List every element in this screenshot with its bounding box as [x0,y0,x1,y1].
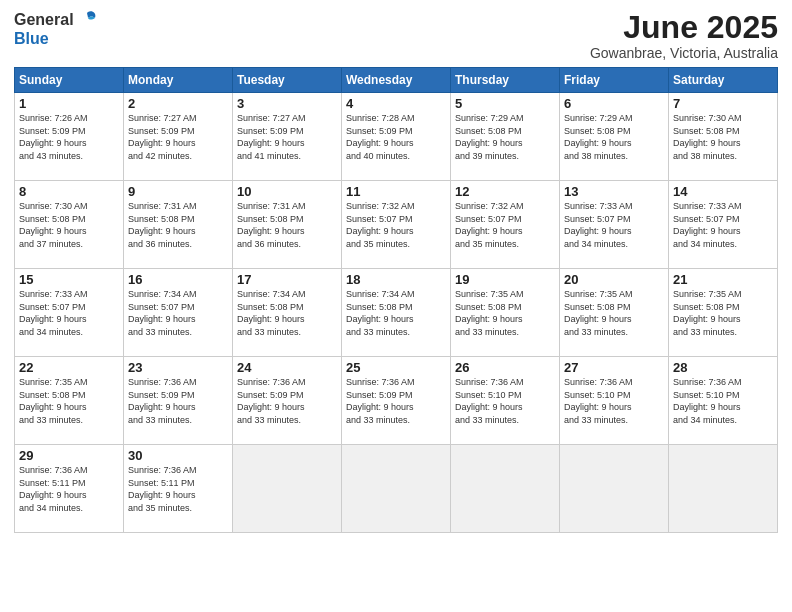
day-info: Sunrise: 7:36 AM Sunset: 5:09 PM Dayligh… [128,376,228,426]
day-info: Sunrise: 7:36 AM Sunset: 5:11 PM Dayligh… [19,464,119,514]
day-number: 24 [237,360,337,375]
day-number: 29 [19,448,119,463]
day-info: Sunrise: 7:35 AM Sunset: 5:08 PM Dayligh… [19,376,119,426]
day-number: 12 [455,184,555,199]
calendar-container: General Blue June 2025 Gowanbrae, Victor… [0,0,792,612]
logo-bird-icon [77,8,99,30]
table-row: 27Sunrise: 7:36 AM Sunset: 5:10 PM Dayli… [560,357,669,445]
table-row: 10Sunrise: 7:31 AM Sunset: 5:08 PM Dayli… [233,181,342,269]
header-tuesday: Tuesday [233,68,342,93]
day-info: Sunrise: 7:34 AM Sunset: 5:08 PM Dayligh… [237,288,337,338]
table-row [669,445,778,533]
table-row: 20Sunrise: 7:35 AM Sunset: 5:08 PM Dayli… [560,269,669,357]
calendar-body: 1Sunrise: 7:26 AM Sunset: 5:09 PM Daylig… [15,93,778,533]
table-row: 5Sunrise: 7:29 AM Sunset: 5:08 PM Daylig… [451,93,560,181]
day-info: Sunrise: 7:27 AM Sunset: 5:09 PM Dayligh… [128,112,228,162]
table-row: 30Sunrise: 7:36 AM Sunset: 5:11 PM Dayli… [124,445,233,533]
table-row: 25Sunrise: 7:36 AM Sunset: 5:09 PM Dayli… [342,357,451,445]
calendar-header-row: Sunday Monday Tuesday Wednesday Thursday… [15,68,778,93]
day-number: 21 [673,272,773,287]
day-info: Sunrise: 7:33 AM Sunset: 5:07 PM Dayligh… [564,200,664,250]
header-sunday: Sunday [15,68,124,93]
table-row: 2Sunrise: 7:27 AM Sunset: 5:09 PM Daylig… [124,93,233,181]
table-row: 11Sunrise: 7:32 AM Sunset: 5:07 PM Dayli… [342,181,451,269]
table-row: 12Sunrise: 7:32 AM Sunset: 5:07 PM Dayli… [451,181,560,269]
table-row: 21Sunrise: 7:35 AM Sunset: 5:08 PM Dayli… [669,269,778,357]
logo-blue: Blue [14,30,49,47]
logo: General Blue [14,10,99,48]
table-row: 9Sunrise: 7:31 AM Sunset: 5:08 PM Daylig… [124,181,233,269]
table-row: 23Sunrise: 7:36 AM Sunset: 5:09 PM Dayli… [124,357,233,445]
day-info: Sunrise: 7:31 AM Sunset: 5:08 PM Dayligh… [128,200,228,250]
day-info: Sunrise: 7:36 AM Sunset: 5:10 PM Dayligh… [673,376,773,426]
day-number: 28 [673,360,773,375]
table-row: 28Sunrise: 7:36 AM Sunset: 5:10 PM Dayli… [669,357,778,445]
day-info: Sunrise: 7:36 AM Sunset: 5:09 PM Dayligh… [237,376,337,426]
day-number: 27 [564,360,664,375]
logo-general: General [14,11,74,29]
header-monday: Monday [124,68,233,93]
table-row: 22Sunrise: 7:35 AM Sunset: 5:08 PM Dayli… [15,357,124,445]
day-info: Sunrise: 7:33 AM Sunset: 5:07 PM Dayligh… [673,200,773,250]
day-info: Sunrise: 7:29 AM Sunset: 5:08 PM Dayligh… [564,112,664,162]
day-info: Sunrise: 7:33 AM Sunset: 5:07 PM Dayligh… [19,288,119,338]
day-number: 16 [128,272,228,287]
calendar-week-row: 29Sunrise: 7:36 AM Sunset: 5:11 PM Dayli… [15,445,778,533]
day-number: 25 [346,360,446,375]
table-row: 29Sunrise: 7:36 AM Sunset: 5:11 PM Dayli… [15,445,124,533]
calendar-week-row: 22Sunrise: 7:35 AM Sunset: 5:08 PM Dayli… [15,357,778,445]
header: General Blue June 2025 Gowanbrae, Victor… [14,10,778,61]
day-number: 14 [673,184,773,199]
table-row [342,445,451,533]
day-info: Sunrise: 7:36 AM Sunset: 5:11 PM Dayligh… [128,464,228,514]
table-row: 14Sunrise: 7:33 AM Sunset: 5:07 PM Dayli… [669,181,778,269]
day-info: Sunrise: 7:36 AM Sunset: 5:10 PM Dayligh… [455,376,555,426]
day-info: Sunrise: 7:32 AM Sunset: 5:07 PM Dayligh… [455,200,555,250]
day-info: Sunrise: 7:36 AM Sunset: 5:09 PM Dayligh… [346,376,446,426]
table-row: 26Sunrise: 7:36 AM Sunset: 5:10 PM Dayli… [451,357,560,445]
table-row: 6Sunrise: 7:29 AM Sunset: 5:08 PM Daylig… [560,93,669,181]
header-friday: Friday [560,68,669,93]
table-row: 19Sunrise: 7:35 AM Sunset: 5:08 PM Dayli… [451,269,560,357]
day-number: 9 [128,184,228,199]
day-info: Sunrise: 7:31 AM Sunset: 5:08 PM Dayligh… [237,200,337,250]
day-info: Sunrise: 7:30 AM Sunset: 5:08 PM Dayligh… [673,112,773,162]
table-row: 4Sunrise: 7:28 AM Sunset: 5:09 PM Daylig… [342,93,451,181]
table-row: 1Sunrise: 7:26 AM Sunset: 5:09 PM Daylig… [15,93,124,181]
table-row: 7Sunrise: 7:30 AM Sunset: 5:08 PM Daylig… [669,93,778,181]
day-number: 10 [237,184,337,199]
day-number: 15 [19,272,119,287]
calendar-table: Sunday Monday Tuesday Wednesday Thursday… [14,67,778,533]
day-number: 17 [237,272,337,287]
day-info: Sunrise: 7:34 AM Sunset: 5:08 PM Dayligh… [346,288,446,338]
header-wednesday: Wednesday [342,68,451,93]
day-number: 8 [19,184,119,199]
day-number: 23 [128,360,228,375]
day-info: Sunrise: 7:32 AM Sunset: 5:07 PM Dayligh… [346,200,446,250]
day-number: 3 [237,96,337,111]
day-info: Sunrise: 7:30 AM Sunset: 5:08 PM Dayligh… [19,200,119,250]
table-row [560,445,669,533]
table-row: 17Sunrise: 7:34 AM Sunset: 5:08 PM Dayli… [233,269,342,357]
day-number: 6 [564,96,664,111]
table-row: 16Sunrise: 7:34 AM Sunset: 5:07 PM Dayli… [124,269,233,357]
table-row [451,445,560,533]
day-number: 19 [455,272,555,287]
location-subtitle: Gowanbrae, Victoria, Australia [590,45,778,61]
day-info: Sunrise: 7:36 AM Sunset: 5:10 PM Dayligh… [564,376,664,426]
day-number: 18 [346,272,446,287]
header-saturday: Saturday [669,68,778,93]
calendar-week-row: 8Sunrise: 7:30 AM Sunset: 5:08 PM Daylig… [15,181,778,269]
table-row: 13Sunrise: 7:33 AM Sunset: 5:07 PM Dayli… [560,181,669,269]
month-title: June 2025 [590,10,778,45]
table-row: 15Sunrise: 7:33 AM Sunset: 5:07 PM Dayli… [15,269,124,357]
day-number: 1 [19,96,119,111]
day-number: 22 [19,360,119,375]
table-row: 24Sunrise: 7:36 AM Sunset: 5:09 PM Dayli… [233,357,342,445]
table-row [233,445,342,533]
header-thursday: Thursday [451,68,560,93]
day-number: 13 [564,184,664,199]
day-number: 2 [128,96,228,111]
day-number: 20 [564,272,664,287]
title-block: June 2025 Gowanbrae, Victoria, Australia [590,10,778,61]
